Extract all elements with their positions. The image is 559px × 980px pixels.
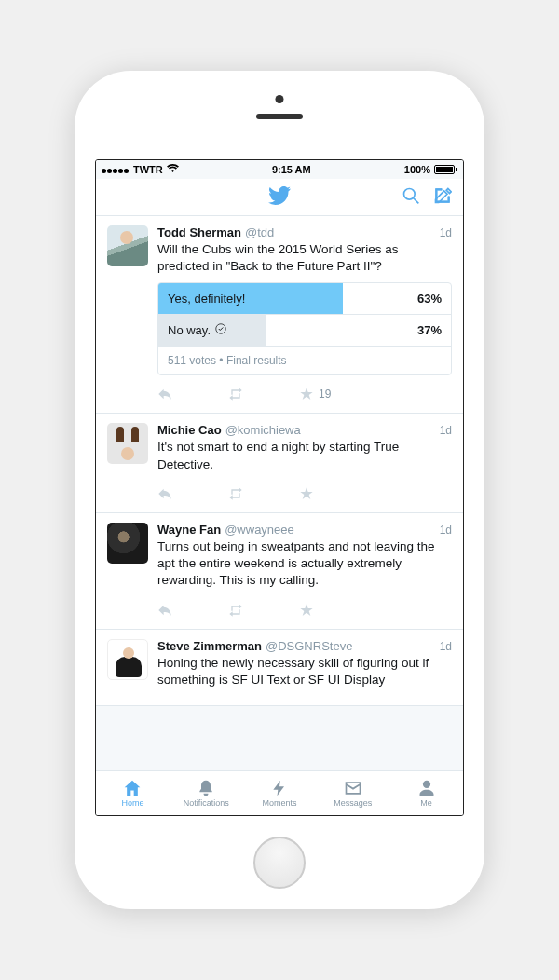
- carrier-label: TWTR: [133, 164, 163, 175]
- screen: TWTR 9:15 AM 100%: [95, 159, 464, 816]
- battery-pct: 100%: [404, 164, 430, 175]
- tab-messages[interactable]: Messages: [316, 771, 389, 815]
- tweet[interactable]: Todd Sherman @tdd 1d Will the Cubs win t…: [96, 216, 463, 414]
- tweet-text: It's not smart to end a night by startin…: [157, 439, 452, 472]
- tab-label: Home: [121, 798, 143, 808]
- author-handle[interactable]: @komichiewa: [225, 423, 301, 437]
- tweet-text: Honing the newly necessary skill of figu…: [157, 655, 452, 688]
- tweet-actions: [157, 597, 452, 619]
- author-name[interactable]: Steve Zimmerman: [157, 639, 262, 653]
- tab-home[interactable]: Home: [96, 771, 170, 815]
- tweet-time: 1d: [440, 424, 452, 437]
- phone-camera: [276, 95, 284, 103]
- tweet-text: Turns out being in sweatpants and not le…: [157, 538, 452, 590]
- like-count: 19: [319, 388, 331, 401]
- tweet-time: 1d: [440, 640, 452, 653]
- poll: Yes, definitely! 63% No way. 37%: [157, 282, 452, 375]
- tweet[interactable]: Steve Zimmerman @DSGNRSteve 1d Honing th…: [96, 630, 463, 706]
- author-handle[interactable]: @tdd: [245, 225, 274, 239]
- author-name[interactable]: Wayne Fan: [157, 523, 221, 537]
- poll-option-pct: 37%: [417, 323, 451, 337]
- twitter-logo-icon[interactable]: [268, 192, 291, 208]
- status-time: 9:15 AM: [272, 164, 311, 175]
- retweet-button[interactable]: [228, 603, 243, 618]
- author-handle[interactable]: @DSGNRSteve: [266, 639, 352, 653]
- poll-option-label: Yes, definitely!: [158, 292, 245, 306]
- avatar[interactable]: [107, 523, 148, 564]
- feed[interactable]: Todd Sherman @tdd 1d Will the Cubs win t…: [96, 216, 463, 770]
- wifi-icon: [167, 164, 179, 175]
- tab-moments[interactable]: Moments: [243, 771, 317, 815]
- reply-button[interactable]: [157, 603, 172, 618]
- poll-option-pct: 63%: [417, 292, 451, 306]
- home-button[interactable]: [253, 837, 306, 889]
- search-icon[interactable]: [402, 186, 420, 209]
- tab-me[interactable]: Me: [389, 771, 463, 815]
- author-handle[interactable]: @wwayneee: [225, 523, 294, 537]
- tab-label: Moments: [262, 798, 296, 808]
- poll-option[interactable]: No way. 37%: [158, 315, 451, 347]
- tweet-text: Will the Cubs win the 2015 World Series …: [157, 241, 452, 275]
- author-name[interactable]: Todd Sherman: [157, 225, 241, 239]
- poll-option-label: No way.: [168, 323, 211, 337]
- author-name[interactable]: Michie Cao: [157, 423, 222, 437]
- svg-line-1: [414, 197, 419, 203]
- tweet-time: 1d: [440, 226, 452, 239]
- tweet-actions: 19: [157, 381, 452, 403]
- compose-icon[interactable]: [433, 186, 452, 209]
- avatar[interactable]: [107, 423, 148, 464]
- status-bar: TWTR 9:15 AM 100%: [96, 160, 463, 179]
- tweet[interactable]: Michie Cao @komichiewa 1d It's not smart…: [96, 414, 463, 512]
- battery-icon: [434, 165, 457, 174]
- retweet-button[interactable]: [228, 387, 243, 402]
- tab-label: Messages: [334, 798, 372, 808]
- signal-dots-icon: [102, 164, 130, 175]
- avatar[interactable]: [107, 639, 148, 680]
- tab-notifications[interactable]: Notifications: [170, 771, 243, 815]
- choice-check-icon: [215, 323, 226, 337]
- tab-bar: Home Notifications Moments Messages Me: [96, 770, 463, 815]
- poll-option[interactable]: Yes, definitely! 63%: [158, 283, 451, 315]
- like-button[interactable]: [299, 603, 314, 618]
- reply-button[interactable]: [157, 486, 172, 501]
- navbar: [96, 179, 463, 216]
- tab-label: Notifications: [184, 798, 229, 808]
- reply-button[interactable]: [157, 387, 172, 402]
- iphone-frame: TWTR 9:15 AM 100%: [75, 71, 484, 909]
- svg-point-2: [216, 324, 226, 334]
- avatar[interactable]: [107, 225, 148, 266]
- svg-point-0: [404, 188, 416, 199]
- tweet[interactable]: Wayne Fan @wwayneee 1d Turns out being i…: [96, 513, 463, 630]
- tab-label: Me: [420, 798, 432, 808]
- tweet-actions: [157, 481, 452, 503]
- like-button[interactable]: 19: [299, 387, 331, 402]
- like-button[interactable]: [299, 486, 314, 501]
- poll-meta: 511 votes • Final results: [158, 347, 451, 374]
- tweet-time: 1d: [440, 524, 452, 537]
- retweet-button[interactable]: [228, 486, 243, 501]
- phone-speaker: [256, 114, 303, 119]
